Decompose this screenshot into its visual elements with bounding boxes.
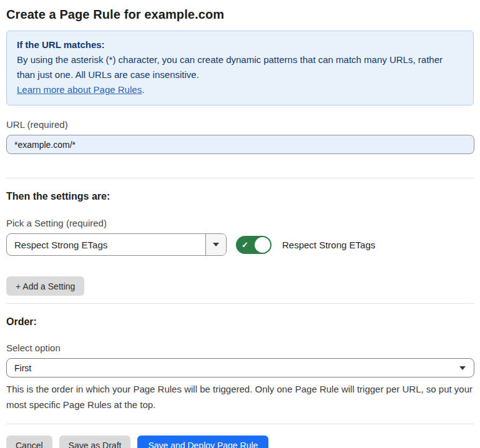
settings-heading: Then the settings are: bbox=[6, 191, 474, 202]
order-help-text: This is the order in which your Page Rul… bbox=[6, 381, 474, 412]
setting-dropdown-value: Respect Strong ETags bbox=[7, 234, 205, 255]
setting-dropdown[interactable]: Respect Strong ETags bbox=[6, 233, 227, 256]
info-box-link-line: Learn more about Page Rules. bbox=[17, 82, 463, 97]
form-actions: Cancel Save as Draft Save and Deploy Pag… bbox=[6, 436, 474, 448]
url-field-label: URL (required) bbox=[6, 119, 474, 130]
url-section: URL (required) bbox=[6, 119, 474, 154]
setting-picker-label: Pick a Setting (required) bbox=[6, 218, 474, 228]
toggle-label: Respect Strong ETags bbox=[282, 240, 375, 250]
link-period: . bbox=[142, 84, 144, 95]
info-box-body: By using the asterisk (*) character, you… bbox=[17, 52, 463, 82]
order-select-label: Select option bbox=[6, 343, 474, 353]
order-select[interactable]: First bbox=[6, 358, 474, 377]
setting-row: Respect Strong ETags ✓ Respect Strong ET… bbox=[6, 233, 474, 256]
order-select-value: First bbox=[14, 363, 31, 373]
setting-toggle[interactable]: ✓ bbox=[236, 236, 272, 254]
divider bbox=[6, 178, 474, 178]
add-setting-button[interactable]: + Add a Setting bbox=[6, 276, 84, 296]
divider bbox=[6, 303, 474, 304]
save-draft-button[interactable]: Save as Draft bbox=[59, 436, 131, 448]
chevron-down-icon bbox=[213, 243, 219, 246]
learn-more-link[interactable]: Learn more about Page Rules bbox=[17, 84, 142, 95]
page-rule-form: Create a Page Rule for example.com If th… bbox=[0, 0, 480, 448]
check-icon: ✓ bbox=[242, 240, 248, 250]
setting-dropdown-arrow-button[interactable] bbox=[205, 234, 226, 255]
chevron-down-icon bbox=[459, 366, 466, 370]
page-title: Create a Page Rule for example.com bbox=[6, 7, 474, 22]
order-heading: Order: bbox=[6, 316, 474, 328]
divider bbox=[6, 424, 474, 424]
info-box-heading: If the URL matches: bbox=[17, 37, 463, 52]
url-match-info-box: If the URL matches: By using the asteris… bbox=[6, 31, 474, 105]
cancel-button[interactable]: Cancel bbox=[6, 436, 52, 448]
toggle-knob bbox=[255, 237, 270, 253]
save-deploy-button[interactable]: Save and Deploy Page Rule bbox=[137, 436, 268, 448]
url-input[interactable] bbox=[6, 135, 474, 154]
